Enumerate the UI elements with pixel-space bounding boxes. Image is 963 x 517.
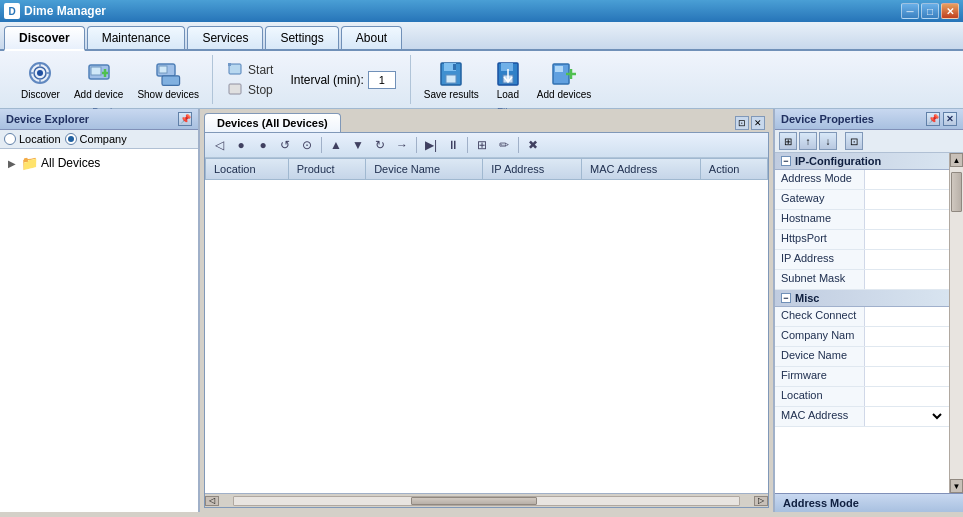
doc-float-button[interactable]: ⊡ — [735, 116, 749, 130]
prop-name-subnet-mask: Subnet Mask — [775, 270, 865, 289]
dev-tb-stop-circle[interactable]: ⊙ — [297, 135, 317, 155]
save-results-label: Save results — [424, 89, 479, 101]
h-scroll-track — [233, 496, 740, 506]
col-mac-address: MAC Address — [582, 159, 701, 180]
prop-row-device-name: Device Name — [775, 347, 949, 367]
svg-rect-13 — [162, 76, 180, 86]
location-radio-circle — [4, 133, 16, 145]
add-device-button[interactable]: Add device — [69, 55, 128, 105]
prop-value-firmware[interactable] — [865, 367, 949, 386]
show-devices-label: Show devices — [137, 89, 199, 101]
menu-tabs: Discover Maintenance Services Settings A… — [0, 22, 963, 51]
title-bar-left: D Dime Manager — [4, 3, 106, 19]
props-tb-btn1[interactable]: ⊞ — [779, 132, 797, 150]
props-pin-button[interactable]: 📌 — [926, 112, 940, 126]
doc-close-button[interactable]: ✕ — [751, 116, 765, 130]
prop-value-device-name[interactable] — [865, 347, 949, 366]
tab-discover[interactable]: Discover — [4, 26, 85, 51]
h-scrollbar[interactable]: ◁ ▷ — [205, 493, 768, 507]
ip-config-collapse[interactable]: − — [781, 156, 791, 166]
dev-tb-refresh2[interactable]: ↻ — [370, 135, 390, 155]
dev-tb-pause[interactable]: ⏸ — [443, 135, 463, 155]
svg-rect-16 — [229, 84, 241, 94]
dev-tb-right-arrow[interactable]: → — [392, 135, 412, 155]
discover-button[interactable]: Discover — [16, 55, 65, 105]
prop-value-hostname[interactable] — [865, 210, 949, 229]
add-device-label: Add device — [74, 89, 123, 101]
props-scroll-up[interactable]: ▲ — [950, 153, 963, 167]
start-button[interactable]: Start — [225, 61, 276, 79]
h-scroll-left[interactable]: ◁ — [205, 496, 219, 506]
tab-maintenance[interactable]: Maintenance — [87, 26, 186, 49]
props-close-button[interactable]: ✕ — [943, 112, 957, 126]
mac-address-select[interactable] — [869, 409, 945, 423]
tab-services[interactable]: Services — [187, 26, 263, 49]
add-devices-file-button[interactable]: Add devices — [532, 55, 596, 105]
load-label: Load — [497, 89, 519, 101]
h-scroll-thumb[interactable] — [411, 497, 537, 505]
props-scroll-thumb[interactable] — [951, 172, 962, 212]
prop-row-gateway: Gateway — [775, 190, 949, 210]
show-devices-icon — [154, 59, 182, 87]
show-devices-button[interactable]: Show devices — [132, 55, 204, 105]
svg-rect-15 — [228, 63, 231, 66]
dev-tb-up[interactable]: ▲ — [326, 135, 346, 155]
h-scroll-right[interactable]: ▷ — [754, 496, 768, 506]
props-tb-btn3[interactable]: ↓ — [819, 132, 837, 150]
dev-tb-refresh[interactable]: ↺ — [275, 135, 295, 155]
props-scroll-down[interactable]: ▼ — [950, 479, 963, 493]
dev-tb-play[interactable]: ▶| — [421, 135, 441, 155]
interval-input[interactable] — [368, 71, 396, 89]
prop-value-ip-address[interactable] — [865, 250, 949, 269]
tree-item-all-devices[interactable]: ▶ 📁 All Devices — [4, 153, 194, 173]
prop-value-company-name[interactable] — [865, 327, 949, 346]
dev-tb-circle2[interactable]: ● — [253, 135, 273, 155]
stop-button[interactable]: Stop — [225, 81, 276, 99]
prop-name-company-name: Company Nam — [775, 327, 865, 346]
props-section-misc: − Misc — [775, 290, 949, 307]
load-button[interactable]: Load — [488, 55, 528, 105]
svg-rect-8 — [91, 67, 101, 75]
prop-row-firmware: Firmware — [775, 367, 949, 387]
dev-tb-circle1[interactable]: ● — [231, 135, 251, 155]
explorer-tree: ▶ 📁 All Devices — [0, 149, 198, 512]
props-scrollbar[interactable]: ▲ ▼ — [949, 153, 963, 493]
doc-tab-all-devices[interactable]: Devices (All Devices) — [204, 113, 341, 132]
prop-row-hostname: Hostname — [775, 210, 949, 230]
props-tb-btn2[interactable]: ↑ — [799, 132, 817, 150]
tab-settings[interactable]: Settings — [265, 26, 338, 49]
prop-value-address-mode[interactable] — [865, 170, 949, 189]
save-results-button[interactable]: Save results — [419, 55, 484, 105]
location-radio[interactable]: Location — [4, 133, 61, 145]
prop-value-mac-address[interactable] — [865, 407, 949, 426]
props-tb-btn4[interactable]: ⊡ — [845, 132, 863, 150]
tab-about[interactable]: About — [341, 26, 402, 49]
maximize-button[interactable]: □ — [921, 3, 939, 19]
prop-value-location[interactable] — [865, 387, 949, 406]
doc-body: ◁ ● ● ↺ ⊙ ▲ ▼ ↻ → ▶| ⏸ ⊞ ✏ ✖ — [204, 132, 769, 508]
explorer-panel-header: Device Explorer 📌 — [0, 109, 198, 130]
dev-tb-grid[interactable]: ⊞ — [472, 135, 492, 155]
dev-tb-back[interactable]: ◁ — [209, 135, 229, 155]
prop-value-httpsport[interactable] — [865, 230, 949, 249]
prop-value-gateway[interactable] — [865, 190, 949, 209]
discover-icon — [26, 59, 54, 87]
explorer-pin-button[interactable]: 📌 — [178, 112, 192, 126]
close-button[interactable]: ✕ — [941, 3, 959, 19]
misc-collapse[interactable]: − — [781, 293, 791, 303]
doc-tabs-bar: Devices (All Devices) ⊡ ✕ — [200, 109, 773, 132]
dev-tb-delete[interactable]: ✖ — [523, 135, 543, 155]
startstop-btns: Start Stop — [221, 61, 280, 99]
prop-value-subnet-mask[interactable] — [865, 270, 949, 289]
minimize-button[interactable]: ─ — [901, 3, 919, 19]
doc-tab-controls: ⊡ ✕ — [735, 116, 769, 130]
dev-tb-down[interactable]: ▼ — [348, 135, 368, 155]
interval-group: Interval (min): — [284, 71, 401, 89]
prop-value-check-connect[interactable] — [865, 307, 949, 326]
company-radio[interactable]: Company — [65, 133, 127, 145]
stop-icon — [228, 82, 244, 98]
svg-rect-12 — [159, 66, 167, 73]
dev-tb-edit[interactable]: ✏ — [494, 135, 514, 155]
dev-tb-sep2 — [416, 137, 417, 153]
company-radio-circle — [65, 133, 77, 145]
